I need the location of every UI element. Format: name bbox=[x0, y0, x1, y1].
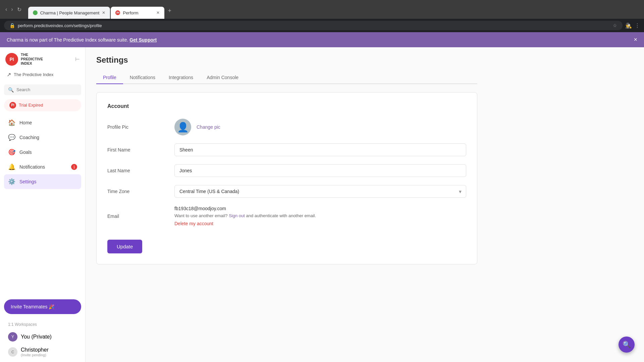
float-search-button[interactable]: 🔍 bbox=[619, 337, 635, 353]
tab-profile[interactable]: Profile bbox=[96, 71, 123, 84]
logo-text: THE PREDICTIVE INDEX bbox=[21, 53, 43, 66]
workspace-christopher-avatar: C bbox=[8, 347, 17, 357]
incognito-icon: 🕵 bbox=[625, 22, 632, 29]
logo-line1: THE bbox=[21, 53, 43, 57]
goals-icon: 🎯 bbox=[8, 148, 15, 156]
main-content: Settings Profile Notifications Integrati… bbox=[86, 47, 644, 362]
sidebar: PI THE PREDICTIVE INDEX ⊢ ↗ The Predicti… bbox=[0, 47, 86, 362]
address-icons: ☆ bbox=[613, 23, 617, 28]
banner-text: Charma is now part of The Predictive Ind… bbox=[7, 37, 157, 43]
banner-text-main: Charma is now part of The Predictive Ind… bbox=[7, 37, 128, 43]
last-name-value bbox=[174, 164, 466, 177]
tab-perform[interactable]: PI Perform ✕ bbox=[111, 7, 164, 19]
search-bar: 🔍 bbox=[4, 84, 81, 95]
browser-chrome: ‹ › ↻ Charma | People Management ✕ PI Pe… bbox=[0, 0, 644, 19]
external-link-icon: ↗ bbox=[7, 71, 11, 78]
delete-account-link[interactable]: Delete my account bbox=[174, 221, 466, 226]
sidebar-item-notifications[interactable]: 🔔 Notifications 1 bbox=[4, 160, 81, 174]
change-pic-link[interactable]: Change pic bbox=[197, 124, 220, 130]
sidebar-item-settings-label: Settings bbox=[19, 179, 37, 184]
announcement-banner: Charma is now part of The Predictive Ind… bbox=[0, 32, 644, 47]
trial-badge[interactable]: PI Trial Expired bbox=[4, 99, 81, 111]
sidebar-item-notifications-label: Notifications bbox=[19, 164, 45, 170]
sidebar-item-home-label: Home bbox=[19, 120, 32, 125]
bookmark-icon[interactable]: ☆ bbox=[613, 23, 617, 28]
address-bar[interactable]: 🔒 perform.predictiveindex.com/settings/p… bbox=[4, 21, 623, 30]
workspace-christopher-sub: (Invite pending) bbox=[21, 353, 49, 357]
forward-button[interactable]: › bbox=[10, 5, 14, 14]
email-row: Email fb193c18@moodjoy.com Want to use a… bbox=[107, 206, 466, 226]
tab-perform-label: Perform bbox=[123, 10, 138, 15]
sidebar-header: PI THE PREDICTIVE INDEX ⊢ bbox=[0, 47, 85, 69]
profile-pic-value: 👤 Change pic bbox=[174, 119, 466, 135]
sidebar-collapse-button[interactable]: ⊢ bbox=[75, 56, 80, 62]
email-address: fb193c18@moodjoy.com bbox=[174, 206, 466, 211]
tab-charma-label: Charma | People Management bbox=[40, 10, 100, 15]
browser-nav-controls: ‹ › ↻ bbox=[4, 5, 23, 14]
email-note-text: Want to use another email? bbox=[174, 213, 228, 218]
new-tab-button[interactable]: + bbox=[165, 6, 174, 16]
settings-icon: ⚙️ bbox=[8, 178, 15, 185]
last-name-input[interactable] bbox=[174, 164, 466, 177]
sign-out-link[interactable]: Sign out bbox=[229, 213, 245, 218]
back-button[interactable]: ‹ bbox=[4, 5, 8, 14]
workspace-christopher-info: Christopher (Invite pending) bbox=[21, 347, 49, 357]
email-note: Want to use another email? Sign out and … bbox=[174, 213, 466, 218]
search-input[interactable] bbox=[16, 87, 77, 92]
invite-teammates-button[interactable]: Invite Teammates 🎉 bbox=[4, 299, 81, 314]
sidebar-nav-top: ↗ The Predictive Index bbox=[0, 69, 85, 83]
sidebar-item-goals[interactable]: 🎯 Goals bbox=[4, 145, 81, 160]
home-icon: 🏠 bbox=[8, 119, 15, 126]
workspace-christopher-name: Christopher bbox=[21, 347, 49, 353]
menu-icon[interactable]: ⋮ bbox=[635, 22, 640, 29]
update-button[interactable]: Update bbox=[107, 240, 142, 253]
logo-line2: PREDICTIVE bbox=[21, 57, 43, 61]
tab-integrations[interactable]: Integrations bbox=[162, 71, 200, 84]
banner-close-button[interactable]: × bbox=[634, 36, 637, 43]
address-text: perform.predictiveindex.com/settings/pro… bbox=[18, 23, 610, 28]
address-bar-row: 🔒 perform.predictiveindex.com/settings/p… bbox=[0, 19, 644, 32]
app-layout: PI THE PREDICTIVE INDEX ⊢ ↗ The Predicti… bbox=[0, 47, 644, 362]
email-label: Email bbox=[107, 214, 174, 219]
tab-perform-close[interactable]: ✕ bbox=[156, 10, 160, 15]
workspace-christopher[interactable]: C Christopher (Invite pending) bbox=[4, 344, 81, 360]
first-name-input[interactable] bbox=[174, 143, 466, 156]
charma-favicon bbox=[33, 10, 38, 15]
sidebar-item-goals-label: Goals bbox=[19, 149, 32, 155]
settings-tabs: Profile Notifications Integrations Admin… bbox=[96, 71, 477, 84]
sidebar-item-settings[interactable]: ⚙️ Settings bbox=[4, 174, 81, 189]
workspaces-section: 1:1 Workspaces Y You (Private) C Christo… bbox=[0, 318, 85, 362]
coaching-icon: 💬 bbox=[8, 134, 15, 141]
time-zone-select[interactable]: Central Time (US & Canada) Eastern Time … bbox=[174, 185, 466, 198]
workspaces-title: 1:1 Workspaces bbox=[4, 321, 81, 329]
last-name-label: Last Name bbox=[107, 168, 174, 173]
tab-notifications[interactable]: Notifications bbox=[123, 71, 162, 84]
notifications-badge: 1 bbox=[71, 164, 77, 170]
refresh-button[interactable]: ↻ bbox=[16, 5, 23, 14]
profile-pic-row: Profile Pic 👤 Change pic bbox=[107, 119, 466, 135]
nav-items: 🏠 Home 💬 Coaching 🎯 Goals 🔔 Notification… bbox=[0, 115, 85, 295]
tab-charma-close[interactable]: ✕ bbox=[102, 10, 105, 15]
first-name-label: First Name bbox=[107, 147, 174, 153]
sidebar-item-home[interactable]: 🏠 Home bbox=[4, 115, 81, 130]
avatar: 👤 bbox=[174, 119, 191, 135]
tab-admin-console[interactable]: Admin Console bbox=[200, 71, 245, 84]
email-note-suffix: and authenticate with another email. bbox=[246, 213, 316, 218]
logo-line3: INDEX bbox=[21, 61, 43, 66]
workspace-you-private[interactable]: Y You (Private) bbox=[4, 329, 81, 344]
workspace-you-name: You (Private) bbox=[21, 334, 52, 340]
sidebar-external-link[interactable]: ↗ The Predictive Index bbox=[4, 69, 81, 80]
invite-button-label: Invite Teammates 🎉 bbox=[11, 304, 54, 309]
tab-charma[interactable]: Charma | People Management ✕ bbox=[28, 7, 110, 19]
account-section-title: Account bbox=[107, 103, 466, 109]
sidebar-item-coaching-label: Coaching bbox=[19, 135, 39, 140]
notifications-icon: 🔔 bbox=[8, 163, 15, 171]
sidebar-item-coaching[interactable]: 💬 Coaching bbox=[4, 130, 81, 145]
profile-pic-label: Profile Pic bbox=[107, 124, 174, 130]
sidebar-logo: PI THE PREDICTIVE INDEX bbox=[5, 53, 43, 66]
settings-container: Settings Profile Notifications Integrati… bbox=[86, 47, 488, 273]
time-zone-row: Time Zone Central Time (US & Canada) Eas… bbox=[107, 185, 466, 198]
float-search-icon: 🔍 bbox=[623, 341, 631, 349]
banner-support-link[interactable]: Get Support bbox=[129, 37, 157, 43]
perform-favicon: PI bbox=[115, 10, 120, 15]
